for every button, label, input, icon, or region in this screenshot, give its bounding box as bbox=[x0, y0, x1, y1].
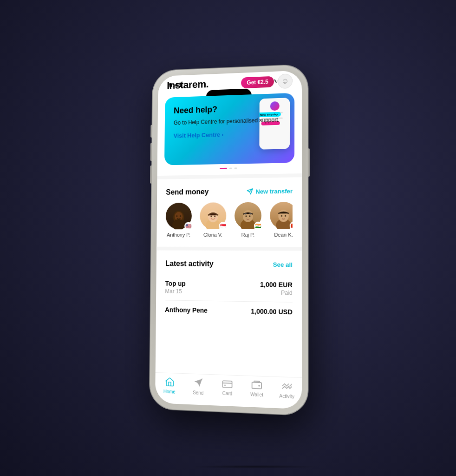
banner-title: Need help? bbox=[174, 102, 285, 115]
recipient-gloria[interactable]: 🇸🇬 Gloria V. bbox=[200, 202, 226, 238]
see-all-link[interactable]: See all bbox=[273, 261, 293, 268]
tab-bar: Home Send bbox=[155, 372, 302, 409]
tab-activity[interactable]: Activity bbox=[272, 381, 302, 400]
carousel-dot-active bbox=[220, 168, 227, 169]
svg-rect-25 bbox=[222, 381, 232, 388]
send-money-section: Send money New transfer bbox=[156, 179, 302, 245]
activity-title: Latest activity bbox=[165, 259, 214, 268]
activity-item-name: Top up bbox=[165, 280, 186, 287]
raj-flag: 🇮🇳 bbox=[254, 222, 262, 230]
header-actions: Get €2.5 ☺ bbox=[241, 73, 293, 90]
carousel-dot-3 bbox=[235, 167, 237, 169]
phone-shell: 9:41 ∿ bbox=[150, 65, 307, 416]
raj-avatar: 🇮🇳 bbox=[235, 202, 261, 229]
svg-marker-24 bbox=[195, 379, 202, 387]
recipient-anthony[interactable]: 🇺🇸 Anthony P. bbox=[166, 203, 192, 238]
activity-item-right: 1,000 EUR Paid bbox=[260, 281, 293, 296]
phone-shadow bbox=[186, 465, 323, 469]
section-divider-1 bbox=[157, 173, 302, 179]
tab-activity-label: Activity bbox=[279, 393, 294, 399]
screen-content: Instarem. Get €2.5 ☺ Need help? Go to He… bbox=[156, 70, 302, 375]
new-transfer-label: New transfer bbox=[255, 187, 293, 195]
svg-point-14 bbox=[243, 210, 253, 222]
tab-home-label: Home bbox=[163, 389, 176, 395]
tab-send-label: Send bbox=[193, 390, 203, 396]
get-bonus-button[interactable]: Get €2.5 bbox=[241, 76, 274, 88]
gloria-flag: 🇸🇬 bbox=[219, 222, 227, 230]
svg-point-18 bbox=[249, 215, 250, 217]
power-button[interactable] bbox=[308, 148, 310, 177]
help-banner: Need help? Go to Help Centre for persona… bbox=[164, 93, 294, 165]
home-icon bbox=[164, 377, 175, 388]
svg-rect-28 bbox=[252, 382, 262, 389]
send-money-header: Send money New transfer bbox=[166, 187, 293, 197]
gloria-name: Gloria V. bbox=[203, 232, 222, 238]
new-transfer-button[interactable]: New transfer bbox=[247, 187, 293, 195]
activity-item-anthony-pene[interactable]: Anthony Pene 1,000.00 USD bbox=[165, 300, 293, 322]
send-money-title: Send money bbox=[166, 188, 208, 197]
scene: 9:41 ∿ bbox=[0, 0, 456, 476]
wallet-icon bbox=[252, 380, 262, 390]
activity-item-status-2 bbox=[251, 316, 292, 317]
svg-line-30 bbox=[290, 384, 292, 386]
svg-point-17 bbox=[245, 215, 247, 217]
card-icon bbox=[222, 380, 232, 390]
activity-item-status: Paid bbox=[260, 289, 293, 296]
tab-send[interactable]: Send bbox=[184, 377, 213, 396]
send-icon bbox=[194, 378, 203, 389]
svg-point-22 bbox=[285, 215, 286, 217]
anthony-flag: 🇺🇸 bbox=[184, 222, 193, 230]
latest-activity-section: Latest activity See all Top up Mar 15 1,… bbox=[156, 252, 302, 330]
volume-up-button[interactable] bbox=[150, 143, 152, 161]
volume-down-button[interactable] bbox=[150, 165, 152, 184]
anthony-avatar: 🇺🇸 bbox=[166, 203, 192, 229]
carousel-dots bbox=[164, 166, 294, 170]
send-arrow-icon bbox=[247, 188, 253, 195]
activity-item-date-2 bbox=[165, 314, 208, 315]
tab-wallet[interactable]: Wallet bbox=[242, 380, 272, 398]
activity-item-left-2: Anthony Pene bbox=[165, 306, 208, 315]
svg-line-26 bbox=[222, 383, 232, 383]
activity-item-topup[interactable]: Top up Mar 15 1,000 EUR Paid bbox=[165, 274, 292, 303]
avatar-button[interactable]: ☺ bbox=[278, 73, 293, 89]
svg-point-21 bbox=[281, 215, 282, 217]
activity-item-amount: 1,000 EUR bbox=[260, 281, 293, 289]
raj-name: Raj P. bbox=[241, 232, 255, 238]
banner-content: Need help? Go to Help Centre for persona… bbox=[174, 102, 285, 139]
recipients-list: 🇺🇸 Anthony P. bbox=[166, 202, 293, 238]
dean-face bbox=[270, 202, 293, 229]
app-logo: Instarem. bbox=[167, 78, 208, 92]
dean-avatar: 🇭🇰 bbox=[270, 202, 293, 229]
activity-item-name-2: Anthony Pene bbox=[165, 306, 208, 314]
activity-item-right-2: 1,000.00 USD bbox=[251, 307, 292, 317]
dean-name: Dean K. bbox=[274, 232, 293, 238]
anthony-name: Anthony P. bbox=[167, 232, 190, 238]
svg-point-29 bbox=[259, 385, 260, 387]
person-icon: ☺ bbox=[281, 77, 289, 86]
silent-switch bbox=[150, 125, 152, 138]
recipient-dean[interactable]: 🇭🇰 Dean K. bbox=[270, 202, 293, 238]
tab-home[interactable]: Home bbox=[155, 377, 184, 395]
activity-item-left: Top up Mar 15 bbox=[165, 280, 185, 295]
recipient-raj[interactable]: 🇮🇳 Raj P. bbox=[235, 202, 261, 238]
chevron-right-icon: › bbox=[221, 131, 223, 138]
tab-wallet-label: Wallet bbox=[250, 392, 263, 397]
tab-card-label: Card bbox=[222, 390, 233, 396]
activity-item-amount-2: 1,000.00 USD bbox=[251, 307, 292, 316]
activity-item-date: Mar 15 bbox=[165, 288, 185, 295]
banner-area: Need help? Go to Help Centre for persona… bbox=[157, 93, 302, 170]
tab-card[interactable]: Card bbox=[213, 379, 242, 397]
phone-screen: 9:41 ∿ bbox=[155, 70, 302, 409]
section-divider-2 bbox=[156, 247, 302, 251]
activity-icon bbox=[281, 381, 292, 393]
carousel-dot-2 bbox=[229, 168, 232, 169]
banner-description: Go to Help Centre for personalised suppo… bbox=[174, 116, 285, 127]
gloria-avatar: 🇸🇬 bbox=[200, 202, 226, 229]
activity-header: Latest activity See all bbox=[165, 259, 293, 269]
